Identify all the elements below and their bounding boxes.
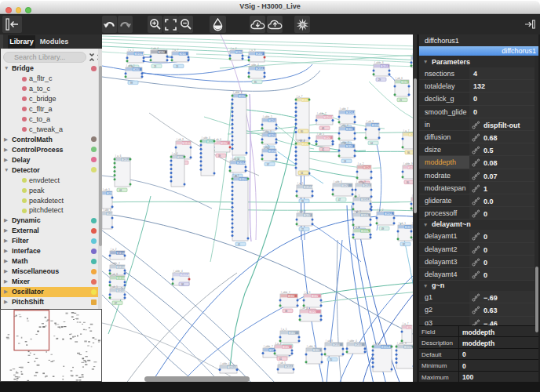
svg-text:23: 23 bbox=[154, 65, 157, 68]
svg-text:l_abbr_2: l_abbr_2 bbox=[233, 91, 243, 94]
svg-text:MODU: MODU bbox=[341, 184, 348, 187]
svg-text:MODULE: MODULE bbox=[134, 53, 144, 56]
svg-text:l_a_1: l_a_1 bbox=[297, 182, 304, 185]
svg-text:l_abb_6: l_abb_6 bbox=[334, 180, 342, 183]
svg-text:MODULE: MODULE bbox=[116, 252, 126, 255]
svg-text:l_a_2: l_a_2 bbox=[358, 162, 364, 165]
svg-text:l_a_7: l_a_7 bbox=[403, 129, 410, 132]
svg-text:l_ab_5: l_ab_5 bbox=[103, 188, 111, 191]
svg-text:39: 39 bbox=[218, 154, 221, 158]
svg-text:MODUL: MODUL bbox=[256, 67, 265, 71]
svg-text:l_ab_3: l_ab_3 bbox=[354, 210, 362, 213]
svg-text:41: 41 bbox=[322, 148, 325, 151]
svg-text:MODULE: MODULE bbox=[107, 212, 116, 216]
svg-text:l_abbr_5: l_abbr_5 bbox=[263, 115, 272, 118]
svg-text:MODU: MODU bbox=[405, 226, 412, 229]
svg-text:85: 85 bbox=[254, 81, 257, 84]
svg-text:39: 39 bbox=[301, 200, 305, 203]
svg-text:l_ab_8: l_ab_8 bbox=[326, 339, 334, 343]
svg-text:l_ab_3: l_ab_3 bbox=[367, 120, 374, 123]
svg-text:MODULE: MODULE bbox=[285, 365, 294, 368]
svg-text:MODU: MODU bbox=[312, 295, 319, 298]
svg-text:l_abbr_2: l_abbr_2 bbox=[111, 262, 120, 265]
svg-text:MODULE: MODULE bbox=[363, 166, 373, 169]
svg-text:l_abb_2: l_abb_2 bbox=[307, 345, 316, 348]
svg-text:l_a_9: l_a_9 bbox=[250, 49, 256, 52]
svg-text:47: 47 bbox=[338, 198, 341, 201]
svg-text:l_abb_6: l_abb_6 bbox=[297, 139, 305, 142]
svg-text:MODUL: MODUL bbox=[182, 142, 191, 145]
svg-text:l_abbr_4: l_abbr_4 bbox=[250, 64, 259, 67]
svg-text:l_abb_8: l_abb_8 bbox=[103, 209, 111, 212]
svg-text:68: 68 bbox=[322, 127, 325, 130]
svg-text:21: 21 bbox=[400, 99, 403, 102]
svg-text:MODU: MODU bbox=[346, 128, 353, 131]
svg-text:MODUL: MODUL bbox=[122, 158, 130, 162]
svg-text:82: 82 bbox=[403, 243, 406, 246]
svg-text:MODULE: MODULE bbox=[323, 116, 333, 119]
svg-text:l_abb_2: l_abb_2 bbox=[297, 210, 306, 213]
svg-text:MODU: MODU bbox=[256, 53, 263, 56]
svg-text:l_abbr_3: l_abbr_3 bbox=[397, 342, 407, 345]
svg-text:MODUL: MODUL bbox=[404, 346, 413, 349]
svg-text:l_ab_5: l_ab_5 bbox=[263, 146, 271, 149]
svg-text:l_a_6: l_a_6 bbox=[354, 226, 360, 229]
svg-text:13: 13 bbox=[176, 65, 179, 68]
svg-text:l_a_4: l_a_4 bbox=[231, 47, 237, 50]
svg-text:l_abbr_3: l_abbr_3 bbox=[356, 180, 366, 183]
svg-text:MODULE: MODULE bbox=[237, 162, 246, 165]
svg-text:MODU: MODU bbox=[355, 343, 362, 347]
svg-text:86: 86 bbox=[407, 151, 410, 154]
svg-text:MODUL: MODUL bbox=[363, 184, 371, 187]
svg-text:MODU: MODU bbox=[283, 346, 290, 349]
svg-text:44: 44 bbox=[119, 189, 122, 192]
svg-text:MODUL: MODUL bbox=[385, 212, 393, 216]
svg-text:80: 80 bbox=[407, 181, 410, 184]
svg-text:l_a_4: l_a_4 bbox=[172, 152, 178, 155]
svg-text:l_ab_6: l_ab_6 bbox=[396, 77, 403, 80]
svg-text:MODUL: MODUL bbox=[381, 65, 389, 68]
svg-text:MODU: MODU bbox=[221, 142, 228, 145]
svg-text:22: 22 bbox=[301, 228, 305, 231]
svg-text:l_ab_4: l_ab_4 bbox=[374, 342, 381, 345]
svg-text:MODU: MODU bbox=[313, 349, 320, 352]
svg-text:64: 64 bbox=[370, 142, 374, 145]
svg-text:l_abbr_4: l_abbr_4 bbox=[173, 270, 183, 273]
svg-text:MODU: MODU bbox=[235, 51, 243, 54]
svg-text:l_a_6: l_a_6 bbox=[115, 154, 122, 158]
svg-text:34: 34 bbox=[301, 172, 304, 175]
svg-text:l_ab_5: l_ab_5 bbox=[317, 132, 325, 136]
svg-text:MODU: MODU bbox=[288, 295, 295, 298]
svg-text:l_abbr_6: l_abbr_6 bbox=[374, 61, 384, 64]
svg-text:70: 70 bbox=[330, 358, 333, 361]
svg-text:l_ab_5: l_ab_5 bbox=[279, 361, 286, 365]
svg-text:99: 99 bbox=[130, 82, 133, 85]
svg-text:l_abb_4: l_abb_4 bbox=[202, 136, 210, 140]
svg-text:61: 61 bbox=[279, 358, 283, 361]
svg-text:MODULE: MODULE bbox=[116, 289, 126, 292]
svg-text:MODULE: MODULE bbox=[346, 111, 356, 114]
svg-text:l_abbr_4: l_abbr_4 bbox=[348, 339, 357, 343]
svg-text:l_a_7: l_a_7 bbox=[297, 95, 303, 98]
svg-text:MODUL: MODUL bbox=[268, 134, 277, 137]
svg-text:l_abb_1: l_abb_1 bbox=[126, 64, 135, 67]
svg-text:MODULE: MODULE bbox=[180, 274, 189, 277]
svg-text:MODULE: MODULE bbox=[116, 277, 126, 280]
svg-text:l_a_2: l_a_2 bbox=[111, 248, 117, 251]
svg-text:l_abbr_2: l_abbr_2 bbox=[281, 291, 290, 294]
svg-text:MODULE: MODULE bbox=[228, 366, 237, 369]
svg-text:l_a_1: l_a_1 bbox=[128, 49, 134, 52]
svg-text:38: 38 bbox=[285, 310, 288, 313]
svg-text:l_a_5: l_a_5 bbox=[354, 194, 360, 198]
svg-text:97: 97 bbox=[267, 163, 270, 166]
svg-text:29: 29 bbox=[378, 78, 381, 82]
svg-text:l_a_2: l_a_2 bbox=[275, 342, 282, 345]
svg-text:l_a_7: l_a_7 bbox=[173, 49, 179, 52]
svg-text:l_ab_8: l_ab_8 bbox=[177, 138, 184, 141]
svg-text:l_abb_4: l_abb_4 bbox=[340, 124, 348, 127]
svg-text:MODU: MODU bbox=[289, 332, 296, 335]
svg-text:MODU: MODU bbox=[323, 136, 330, 140]
svg-text:l_ab_8: l_ab_8 bbox=[111, 273, 119, 276]
svg-text:MODUL: MODUL bbox=[268, 119, 277, 122]
svg-text:MODU: MODU bbox=[333, 343, 340, 347]
